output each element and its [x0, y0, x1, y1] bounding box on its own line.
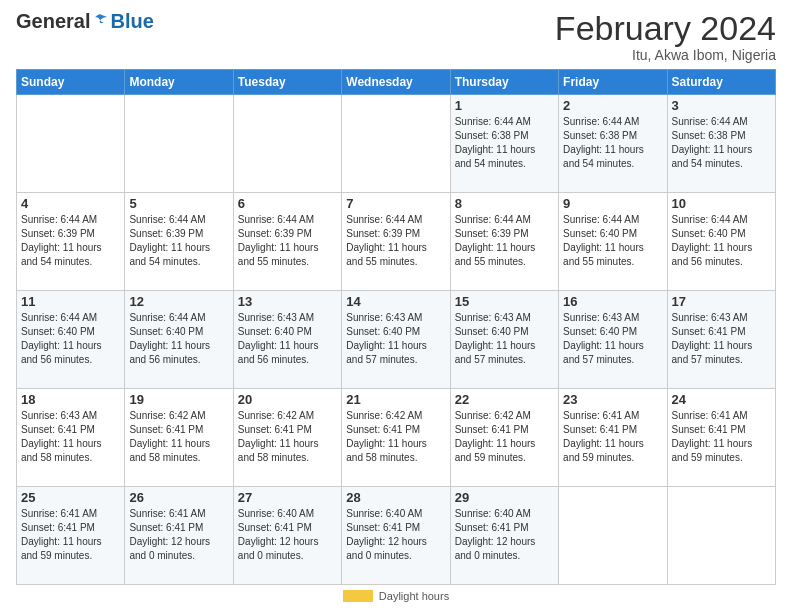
calendar-cell: 14Sunrise: 6:43 AM Sunset: 6:40 PM Dayli…: [342, 291, 450, 389]
day-number: 1: [455, 98, 554, 113]
calendar-cell: 18Sunrise: 6:43 AM Sunset: 6:41 PM Dayli…: [17, 389, 125, 487]
header: General Blue February 2024 Itu, Akwa Ibo…: [16, 10, 776, 63]
calendar-cell: 3Sunrise: 6:44 AM Sunset: 6:38 PM Daylig…: [667, 95, 775, 193]
calendar-cell: [342, 95, 450, 193]
calendar-cell: 10Sunrise: 6:44 AM Sunset: 6:40 PM Dayli…: [667, 193, 775, 291]
day-number: 4: [21, 196, 120, 211]
day-number: 5: [129, 196, 228, 211]
title-area: February 2024 Itu, Akwa Ibom, Nigeria: [555, 10, 776, 63]
calendar-cell: [125, 95, 233, 193]
calendar-cell: 21Sunrise: 6:42 AM Sunset: 6:41 PM Dayli…: [342, 389, 450, 487]
calendar-cell: 2Sunrise: 6:44 AM Sunset: 6:38 PM Daylig…: [559, 95, 667, 193]
calendar-footer: Daylight hours: [16, 590, 776, 602]
logo-bird-icon: [92, 13, 110, 31]
day-info: Sunrise: 6:43 AM Sunset: 6:40 PM Dayligh…: [238, 311, 337, 367]
calendar-week-row: 1Sunrise: 6:44 AM Sunset: 6:38 PM Daylig…: [17, 95, 776, 193]
calendar-cell: 28Sunrise: 6:40 AM Sunset: 6:41 PM Dayli…: [342, 487, 450, 585]
day-header-tuesday: Tuesday: [233, 70, 341, 95]
day-info: Sunrise: 6:42 AM Sunset: 6:41 PM Dayligh…: [238, 409, 337, 465]
day-info: Sunrise: 6:41 AM Sunset: 6:41 PM Dayligh…: [21, 507, 120, 563]
calendar-cell: 12Sunrise: 6:44 AM Sunset: 6:40 PM Dayli…: [125, 291, 233, 389]
calendar-week-row: 4Sunrise: 6:44 AM Sunset: 6:39 PM Daylig…: [17, 193, 776, 291]
day-info: Sunrise: 6:44 AM Sunset: 6:40 PM Dayligh…: [563, 213, 662, 269]
day-number: 7: [346, 196, 445, 211]
day-number: 24: [672, 392, 771, 407]
day-number: 12: [129, 294, 228, 309]
day-number: 23: [563, 392, 662, 407]
calendar-cell: 27Sunrise: 6:40 AM Sunset: 6:41 PM Dayli…: [233, 487, 341, 585]
calendar-week-row: 18Sunrise: 6:43 AM Sunset: 6:41 PM Dayli…: [17, 389, 776, 487]
day-info: Sunrise: 6:43 AM Sunset: 6:40 PM Dayligh…: [346, 311, 445, 367]
logo-blue-text: Blue: [110, 10, 153, 33]
day-number: 16: [563, 294, 662, 309]
calendar-cell: 24Sunrise: 6:41 AM Sunset: 6:41 PM Dayli…: [667, 389, 775, 487]
day-number: 3: [672, 98, 771, 113]
calendar-cell: 26Sunrise: 6:41 AM Sunset: 6:41 PM Dayli…: [125, 487, 233, 585]
calendar-cell: 22Sunrise: 6:42 AM Sunset: 6:41 PM Dayli…: [450, 389, 558, 487]
day-number: 21: [346, 392, 445, 407]
location-subtitle: Itu, Akwa Ibom, Nigeria: [555, 47, 776, 63]
calendar-cell: 8Sunrise: 6:44 AM Sunset: 6:39 PM Daylig…: [450, 193, 558, 291]
calendar-cell: 7Sunrise: 6:44 AM Sunset: 6:39 PM Daylig…: [342, 193, 450, 291]
calendar-cell: 23Sunrise: 6:41 AM Sunset: 6:41 PM Dayli…: [559, 389, 667, 487]
calendar-cell: [667, 487, 775, 585]
calendar-cell: 20Sunrise: 6:42 AM Sunset: 6:41 PM Dayli…: [233, 389, 341, 487]
day-info: Sunrise: 6:44 AM Sunset: 6:39 PM Dayligh…: [238, 213, 337, 269]
calendar-cell: 13Sunrise: 6:43 AM Sunset: 6:40 PM Dayli…: [233, 291, 341, 389]
day-header-sunday: Sunday: [17, 70, 125, 95]
day-info: Sunrise: 6:42 AM Sunset: 6:41 PM Dayligh…: [455, 409, 554, 465]
calendar-header-row: SundayMondayTuesdayWednesdayThursdayFrid…: [17, 70, 776, 95]
day-info: Sunrise: 6:43 AM Sunset: 6:40 PM Dayligh…: [563, 311, 662, 367]
day-header-wednesday: Wednesday: [342, 70, 450, 95]
day-info: Sunrise: 6:44 AM Sunset: 6:39 PM Dayligh…: [129, 213, 228, 269]
day-info: Sunrise: 6:44 AM Sunset: 6:40 PM Dayligh…: [672, 213, 771, 269]
day-info: Sunrise: 6:42 AM Sunset: 6:41 PM Dayligh…: [129, 409, 228, 465]
day-number: 2: [563, 98, 662, 113]
day-number: 18: [21, 392, 120, 407]
calendar-cell: 19Sunrise: 6:42 AM Sunset: 6:41 PM Dayli…: [125, 389, 233, 487]
day-info: Sunrise: 6:41 AM Sunset: 6:41 PM Dayligh…: [672, 409, 771, 465]
day-header-thursday: Thursday: [450, 70, 558, 95]
logo: General Blue: [16, 10, 154, 33]
day-number: 13: [238, 294, 337, 309]
calendar-cell: 15Sunrise: 6:43 AM Sunset: 6:40 PM Dayli…: [450, 291, 558, 389]
logo-general-text: General: [16, 10, 90, 33]
day-number: 20: [238, 392, 337, 407]
calendar-week-row: 11Sunrise: 6:44 AM Sunset: 6:40 PM Dayli…: [17, 291, 776, 389]
day-info: Sunrise: 6:40 AM Sunset: 6:41 PM Dayligh…: [238, 507, 337, 563]
day-info: Sunrise: 6:40 AM Sunset: 6:41 PM Dayligh…: [346, 507, 445, 563]
calendar-cell: 5Sunrise: 6:44 AM Sunset: 6:39 PM Daylig…: [125, 193, 233, 291]
day-info: Sunrise: 6:43 AM Sunset: 6:41 PM Dayligh…: [21, 409, 120, 465]
calendar-table: SundayMondayTuesdayWednesdayThursdayFrid…: [16, 69, 776, 585]
day-number: 28: [346, 490, 445, 505]
day-info: Sunrise: 6:42 AM Sunset: 6:41 PM Dayligh…: [346, 409, 445, 465]
calendar-cell: 11Sunrise: 6:44 AM Sunset: 6:40 PM Dayli…: [17, 291, 125, 389]
day-number: 15: [455, 294, 554, 309]
day-number: 17: [672, 294, 771, 309]
day-info: Sunrise: 6:41 AM Sunset: 6:41 PM Dayligh…: [563, 409, 662, 465]
day-info: Sunrise: 6:44 AM Sunset: 6:39 PM Dayligh…: [346, 213, 445, 269]
calendar-cell: 25Sunrise: 6:41 AM Sunset: 6:41 PM Dayli…: [17, 487, 125, 585]
day-number: 11: [21, 294, 120, 309]
calendar-cell: [233, 95, 341, 193]
day-number: 26: [129, 490, 228, 505]
day-info: Sunrise: 6:44 AM Sunset: 6:39 PM Dayligh…: [21, 213, 120, 269]
day-info: Sunrise: 6:44 AM Sunset: 6:38 PM Dayligh…: [455, 115, 554, 171]
day-number: 27: [238, 490, 337, 505]
calendar-week-row: 25Sunrise: 6:41 AM Sunset: 6:41 PM Dayli…: [17, 487, 776, 585]
day-info: Sunrise: 6:40 AM Sunset: 6:41 PM Dayligh…: [455, 507, 554, 563]
daylight-label: Daylight hours: [379, 590, 449, 602]
day-number: 10: [672, 196, 771, 211]
calendar-cell: 16Sunrise: 6:43 AM Sunset: 6:40 PM Dayli…: [559, 291, 667, 389]
day-info: Sunrise: 6:43 AM Sunset: 6:41 PM Dayligh…: [672, 311, 771, 367]
day-header-monday: Monday: [125, 70, 233, 95]
day-header-saturday: Saturday: [667, 70, 775, 95]
day-info: Sunrise: 6:43 AM Sunset: 6:40 PM Dayligh…: [455, 311, 554, 367]
calendar-cell: 9Sunrise: 6:44 AM Sunset: 6:40 PM Daylig…: [559, 193, 667, 291]
day-info: Sunrise: 6:44 AM Sunset: 6:38 PM Dayligh…: [563, 115, 662, 171]
day-number: 25: [21, 490, 120, 505]
calendar-cell: 4Sunrise: 6:44 AM Sunset: 6:39 PM Daylig…: [17, 193, 125, 291]
day-number: 14: [346, 294, 445, 309]
day-info: Sunrise: 6:44 AM Sunset: 6:39 PM Dayligh…: [455, 213, 554, 269]
calendar-cell: 17Sunrise: 6:43 AM Sunset: 6:41 PM Dayli…: [667, 291, 775, 389]
